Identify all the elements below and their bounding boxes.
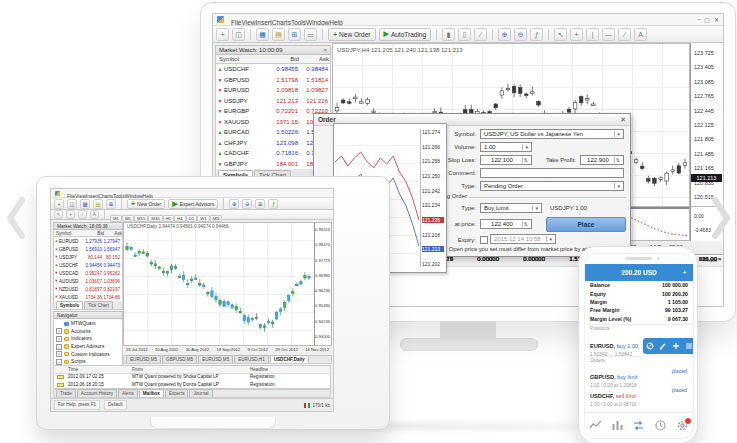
tab[interactable]: Tick Chart [84,301,113,309]
menu-item[interactable]: Charts [272,19,291,26]
type-select[interactable]: Pending Order [480,181,624,191]
details-icon[interactable] [685,342,693,350]
quote-row[interactable]: USDCHF 0.94456 0.94473 [54,261,122,269]
quote-row[interactable]: NZDUSD 0.81897 0.82197 [54,285,122,293]
new-chart-icon[interactable]: + [54,199,64,209]
minimize-button[interactable]: – [697,16,700,23]
quote-row[interactable]: USDJPY 121.213 121.226 [216,96,330,107]
terminal-tab[interactable]: Experts [165,389,189,397]
quote-row[interactable]: GBPUSD 1.51798 1.51814 [216,75,330,86]
close-trade-button[interactable]: × [718,256,722,262]
place-button[interactable]: Place [546,217,626,232]
line-chart-icon[interactable]: ∕ [474,28,487,41]
mail-row[interactable]: 2012.09.17 02:25 MTW Quant powered by Sh… [54,373,330,381]
maximize-button[interactable]: ▢ [704,16,710,23]
expand-icon[interactable]: + [56,359,62,365]
market-watch-icon[interactable]: ▦ [256,28,269,41]
tree-item[interactable]: + Accounts [56,328,122,336]
expand-icon[interactable]: + [56,351,62,357]
quote-row[interactable]: XAUUSD 1734.36 1734.86 [54,293,122,301]
menu-item[interactable]: File [231,19,241,26]
timeframe-button[interactable]: M30 [148,215,162,222]
zoom-out-icon[interactable]: ⊖ [514,28,527,41]
crosshair-icon[interactable]: + [66,210,75,219]
quote-row[interactable]: USDCHF 0.98455 0.98484 [216,64,330,75]
expand-icon[interactable]: + [56,336,62,342]
quotes-tab-icon[interactable] [589,419,602,432]
timeframe-button[interactable]: M5 [122,215,134,222]
quote-row[interactable]: AUDUSD 1.03607 1.03696 [54,277,122,285]
quote-row[interactable]: EURUSD 1.09818 1.09827 [216,85,330,96]
tile-windows-icon[interactable]: ⊞ [255,199,265,209]
timeframe-button[interactable]: W1 [197,215,209,222]
trendline-icon[interactable]: ∕ [618,28,631,41]
tree-item[interactable]: + Expert Advisors [56,343,122,351]
indicators-icon[interactable]: ƒ [530,28,543,41]
data-window-icon[interactable]: ▤ [93,199,103,209]
close-position-icon[interactable] [646,342,654,350]
trendline-icon[interactable]: ∕ [78,210,87,219]
crosshair-icon[interactable]: + [570,28,583,41]
position-row[interactable]: EURUSD, buy 1.00 1.50342 → 1.50842 [590,334,638,357]
zoom-out-icon[interactable]: ⊖ [242,199,252,209]
menu-item[interactable]: Insert [255,19,271,26]
mail-row[interactable]: 2012.06.18 20:15 MTW Quant powered by Do… [54,381,330,389]
terminal-tab[interactable]: Alerts [118,389,138,397]
quote-row[interactable]: EURUSD 1.27936 1.27947 [54,237,122,245]
cursor-icon[interactable]: ↖ [54,210,63,219]
text-tool-icon[interactable]: A [90,210,99,219]
panel-close-icon[interactable]: × [323,47,327,53]
chart-tab[interactable]: EURUSD,M5 [126,355,161,363]
volume-select[interactable]: 1.00 [480,142,532,152]
zoom-in-icon[interactable]: ⊕ [229,199,239,209]
chart-tab[interactable]: GBPUSD,M5 [162,355,197,363]
menu-item[interactable]: Window [306,19,329,26]
new-order-button[interactable]: +New Order [328,28,376,41]
tree-item[interactable]: + Indicators [56,335,122,343]
quote-row[interactable]: USDJPY 80.144 80.152 [54,253,122,261]
terminal-tab[interactable]: Account History [77,389,117,397]
timeframe-button[interactable]: H1 [163,215,175,222]
timeframe-button[interactable]: H4 [174,215,186,222]
charts-tab-icon[interactable] [611,419,624,432]
quote-row[interactable]: GBPUSD 1.56910 1.56947 [54,245,122,253]
tree-item[interactable]: + MTWQuant [56,320,122,328]
new-chart-icon[interactable]: + [216,28,229,41]
carousel-next-button[interactable] [707,192,735,244]
close-button[interactable]: ✕ [714,16,719,23]
expiry-select[interactable]: 2015.12.14 10:58 [490,234,556,244]
horizontal-line-icon[interactable]: — [602,28,615,41]
price-input[interactable]: 122.400 [480,219,532,229]
comment-input[interactable] [480,168,624,178]
data-window-icon[interactable]: ▤ [272,28,285,41]
candle-chart-icon[interactable]: ▯ [458,28,471,41]
cursor-icon[interactable]: ↖ [554,28,567,41]
vertical-line-icon[interactable]: | [586,28,599,41]
autotrading-button[interactable]: ▶AutoTrading [379,28,432,41]
expand-icon[interactable]: + [56,328,62,334]
terminal-tab[interactable]: Journal [189,389,212,397]
dialog-close-icon[interactable]: ✕ [620,116,626,124]
timeframe-button[interactable]: MN [210,215,223,222]
expiry-checkbox[interactable] [480,236,488,244]
navigator-icon[interactable]: ⊞ [288,28,301,41]
menu-item[interactable]: Tools [291,19,306,26]
timeframe-button[interactable]: M1 [110,215,122,222]
add-icon[interactable]: + [682,264,687,281]
menu-item[interactable]: Help [329,19,342,26]
text-tool-icon[interactable]: A [634,28,647,41]
terminal-icon[interactable]: ▭ [304,28,317,41]
tab[interactable]: Symbols [56,301,83,309]
status-profile[interactable]: Default [104,400,127,410]
order-row[interactable]: USDCHF, sell limit 1.00 / 0.00 at 0.9871… [590,384,637,407]
chart-tab[interactable]: USDCHF,Daily [270,355,309,363]
zoom-in-icon[interactable]: ⊕ [498,28,511,41]
modify-icon[interactable] [659,342,667,350]
trade-tab-icon[interactable] [632,419,645,432]
bar-chart-icon[interactable]: ▮ [442,28,455,41]
menu-item[interactable]: View [241,19,255,26]
chart-tab[interactable]: EURUSD,H1 [234,355,269,363]
terminal-tab[interactable]: Trade [56,389,76,397]
profiles-icon[interactable]: ◫ [67,199,77,209]
indicators-icon[interactable]: ƒ [268,199,278,209]
